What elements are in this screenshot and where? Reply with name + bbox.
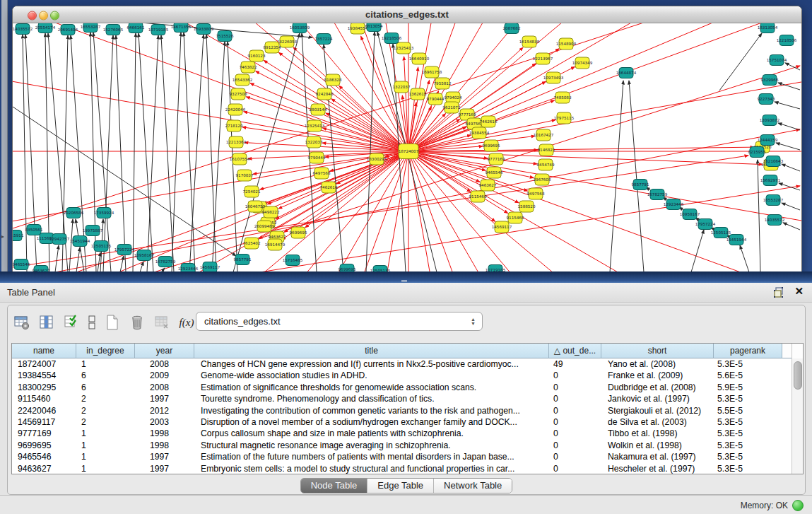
network-node[interactable] [322,182,336,193]
network-edge-black[interactable] [76,247,80,272]
network-node[interactable] [237,170,252,181]
network-node[interactable] [293,23,307,33]
network-node[interactable] [317,34,331,45]
memory-ok-indicator[interactable] [792,500,804,511]
table-cell[interactable]: 5.3E-5 [714,428,782,439]
network-node[interactable] [117,245,131,255]
panel-expand-arrow-icon[interactable]: ▸ [1,233,4,240]
column-header-3[interactable]: title [194,344,549,358]
table-cell[interactable]: Nakamura et al. (1997) [601,451,714,462]
table-row[interactable]: 2242004622012Investigating the contribut… [12,405,803,416]
network-edge-black[interactable] [98,252,100,272]
network-edge-black[interactable] [120,256,124,272]
table-cell[interactable]: 1997 [135,463,194,474]
network-edge-red[interactable] [279,52,408,151]
network-node[interactable] [633,180,647,190]
network-node[interactable] [264,206,278,218]
table-cell[interactable]: 9699695 [12,440,76,451]
table-cell[interactable]: de Silva et al. (2003) [601,416,714,428]
column-header-1[interactable]: in_degree [76,344,135,358]
table-cell[interactable]: 0 [549,451,601,462]
network-node[interactable] [245,186,259,197]
tab-edge-table[interactable]: Edge Table [367,479,434,493]
network-node[interactable] [291,227,305,238]
network-node[interactable] [399,144,418,159]
float-panel-icon[interactable] [773,286,785,298]
table-cell[interactable]: 5.5E-5 [714,405,782,416]
network-edge-black[interactable] [758,160,760,272]
table-cell[interactable]: 2003 [135,416,194,428]
network-node[interactable] [384,33,399,44]
collapsed-control-panel[interactable]: ▸ [1,0,8,283]
table-cell[interactable]: Franke et al. (2009) [601,370,714,381]
network-node[interactable] [307,120,322,132]
network-node[interactable] [249,50,264,62]
network-node[interactable] [245,238,259,249]
column-header-5[interactable]: short [601,344,714,358]
network-node[interactable] [529,188,543,199]
network-node[interactable] [472,127,486,139]
window-titlebar[interactable]: citations_edges.txt [13,6,801,23]
table-cell[interactable]: 0 [549,416,601,428]
table-row[interactable]: 969969511998Structural magnetic resonanc… [12,440,803,451]
table-cell[interactable]: 0 [549,405,601,416]
table-cell[interactable]: 18300295 [12,382,76,393]
network-node[interactable] [536,129,551,141]
table-cell[interactable]: 2 [76,393,135,404]
table-cell[interactable]: 0 [549,393,601,404]
network-node[interactable] [174,23,188,33]
table-row[interactable]: 946554611997Estimation of the future num… [12,451,803,462]
table-cell[interactable]: 1998 [135,428,194,439]
network-node[interactable] [16,24,30,35]
table-cell[interactable]: 6 [76,370,135,381]
table-cell[interactable]: 9777169 [12,428,76,439]
network-node[interactable] [227,120,241,132]
table-cell[interactable]: Dudbridge et al. (2008) [601,382,714,393]
network-edge-black[interactable] [184,33,195,272]
table-cell[interactable]: 1 [76,428,135,439]
network-edge-black[interactable] [189,35,204,272]
network-node[interactable] [83,23,98,33]
network-edge-red[interactable] [408,23,801,151]
network-node[interactable] [394,81,408,93]
network-node[interactable] [546,72,560,83]
column-header-4[interactable]: △ out_de... [549,344,601,358]
network-edge-red[interactable] [408,23,801,151]
network-edge-black[interactable] [147,35,158,272]
table-cell[interactable]: 2 [76,416,135,428]
network-node[interactable] [27,225,41,235]
network-node[interactable] [487,167,501,178]
network-edge-black[interactable] [366,32,375,272]
table-cell[interactable]: 49 [549,358,601,370]
network-node[interactable] [40,233,54,244]
table-options-button[interactable] [12,313,32,332]
network-node[interactable] [94,241,108,252]
table-cell[interactable]: Hescheler et al. (1997) [601,463,714,474]
network-node[interactable] [229,136,243,148]
network-node[interactable] [698,219,712,230]
network-edge-black[interactable] [782,203,800,210]
network-node[interactable] [760,23,775,33]
scrollbar-thumb[interactable] [794,361,802,390]
table-cell[interactable]: 0 [549,440,601,451]
network-node[interactable] [536,53,550,64]
table-cell[interactable]: Stergiakouli et al. (2012) [601,405,714,416]
network-edge-black[interactable] [691,230,704,272]
network-edge-red[interactable] [408,23,801,151]
table-row[interactable]: 977716911998Corpus callosum shape and si… [12,428,803,439]
table-cell[interactable]: 2009 [135,370,194,381]
table-cell[interactable]: 1 [76,358,135,370]
network-edge-red[interactable] [331,99,408,151]
network-node[interactable] [522,36,536,47]
network-node[interactable] [575,57,589,69]
network-node[interactable] [505,23,519,34]
network-node[interactable] [14,259,28,270]
network-node[interactable] [760,135,775,146]
new-file-button[interactable] [102,313,122,332]
column-header-2[interactable]: year [135,344,194,358]
table-cell[interactable]: 0 [549,370,601,381]
table-cell[interactable]: 5.3E-5 [714,393,782,404]
table-cell[interactable]: 0 [549,428,601,439]
network-edge-black[interactable] [783,223,800,230]
function-builder-button[interactable]: f(x) [177,313,196,332]
